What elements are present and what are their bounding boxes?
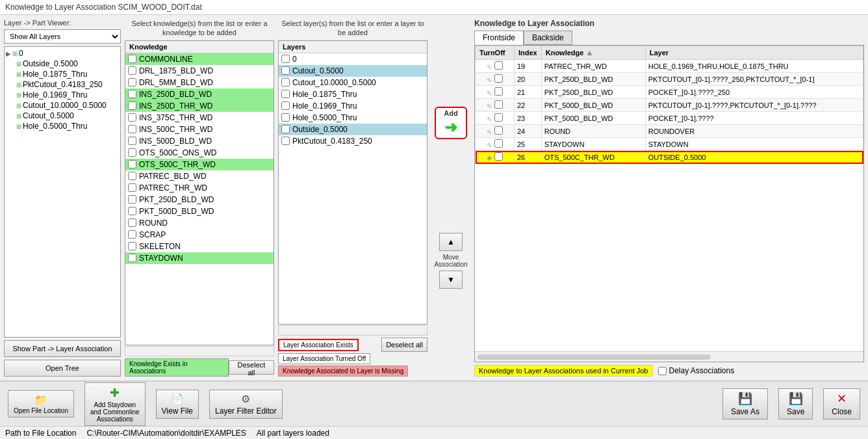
row-index: 25 bbox=[515, 138, 542, 151]
list-item[interactable]: Hole_0.1969_Thru bbox=[279, 100, 427, 112]
turnoff-checkbox[interactable] bbox=[494, 74, 503, 83]
list-item[interactable]: 0 bbox=[279, 53, 427, 65]
tree-item[interactable]: ⊞ Cutout_10.0000_0.5000 bbox=[6, 100, 119, 111]
add-button[interactable]: Add ➜ bbox=[435, 107, 467, 139]
item-checkbox[interactable] bbox=[128, 101, 136, 110]
list-item[interactable]: INS_500C_THR_WD bbox=[125, 124, 274, 135]
list-item[interactable]: Hole_0.5000_Thru bbox=[279, 112, 427, 124]
save-as-button[interactable]: 💾 Save As bbox=[722, 388, 768, 419]
item-checkbox[interactable] bbox=[128, 219, 136, 227]
list-item[interactable]: OTS_500C_ONS_WD bbox=[125, 147, 274, 159]
item-checkbox[interactable] bbox=[281, 90, 290, 98]
list-item[interactable]: DRL_5MM_BLD_WD bbox=[125, 77, 274, 88]
layer-filter-editor-button[interactable]: ⚙ Layer Filter Editor bbox=[209, 390, 283, 419]
item-checkbox[interactable] bbox=[281, 55, 290, 63]
item-checkbox[interactable] bbox=[281, 125, 290, 133]
tab-backside[interactable]: Backside bbox=[524, 31, 572, 45]
turnoff-checkbox[interactable] bbox=[494, 100, 503, 109]
list-item[interactable]: OTS_500C_THR_WD bbox=[125, 159, 274, 170]
list-item[interactable]: PktCutout_0.4183_250 bbox=[279, 135, 427, 147]
item-checkbox[interactable] bbox=[128, 55, 136, 63]
layers-hscroll[interactable] bbox=[278, 325, 428, 336]
list-item[interactable]: INS_250D_BLD_WD bbox=[125, 88, 274, 100]
item-checkbox[interactable] bbox=[128, 172, 136, 180]
show-part-button[interactable]: Show Part -> Layer Association bbox=[4, 340, 121, 357]
layers-list[interactable]: Layers 0 Cutout_0.5000 Cutout_10.0000_0.… bbox=[278, 40, 428, 325]
item-checkbox[interactable] bbox=[128, 148, 136, 157]
view-file-button[interactable]: 📄 View File bbox=[156, 390, 199, 419]
turnoff-checkbox[interactable] bbox=[494, 87, 503, 96]
list-item[interactable]: Outside_0.5000 bbox=[279, 124, 427, 135]
list-item[interactable]: ROUND bbox=[125, 217, 274, 229]
item-checkbox[interactable] bbox=[128, 207, 136, 215]
item-checkbox[interactable] bbox=[281, 113, 290, 122]
move-down-button[interactable]: ▼ bbox=[439, 271, 463, 289]
k2l-hscroll[interactable] bbox=[475, 351, 863, 362]
item-checkbox[interactable] bbox=[128, 242, 136, 250]
item-checkbox[interactable] bbox=[128, 183, 136, 192]
item-checkbox[interactable] bbox=[128, 195, 136, 204]
tree-item[interactable]: ⊞ Hole_0.1875_Thru bbox=[6, 69, 119, 79]
open-file-location-label: Open File Location bbox=[14, 407, 68, 414]
turnoff-checkbox[interactable] bbox=[494, 139, 503, 148]
item-checkbox[interactable] bbox=[128, 254, 136, 262]
add-staydown-button[interactable]: ✚ Add Staydownand CommonlineAssociations bbox=[84, 382, 146, 426]
list-item[interactable]: SKELETON bbox=[125, 241, 274, 252]
item-checkbox[interactable] bbox=[128, 78, 136, 86]
list-item[interactable]: PKT_250D_BLD_WD bbox=[125, 194, 274, 206]
list-item[interactable]: INS_375C_THR_WD bbox=[125, 112, 274, 124]
item-checkbox[interactable] bbox=[281, 101, 290, 110]
page-icon: ⊞ bbox=[12, 50, 18, 57]
save-button[interactable]: 💾 Save bbox=[778, 388, 813, 419]
list-item[interactable]: PKT_500D_BLD_WD bbox=[125, 206, 274, 217]
open-file-location-button[interactable]: 📁 Open File Location bbox=[8, 390, 74, 418]
tree-item[interactable]: ⊞ PktCutout_0.4183_250 bbox=[6, 79, 119, 90]
turnoff-checkbox[interactable] bbox=[494, 126, 503, 135]
turnoff-checkbox[interactable] bbox=[494, 61, 503, 70]
item-checkbox[interactable] bbox=[281, 78, 290, 86]
tree-item-label: Hole_0.5000_Thru bbox=[23, 122, 87, 131]
item-checkbox[interactable] bbox=[128, 66, 136, 75]
status-bar: Path to File Location C:\Router-CIM\Auto… bbox=[0, 426, 868, 439]
turnoff-checkbox[interactable] bbox=[494, 113, 503, 122]
item-checkbox[interactable] bbox=[128, 160, 136, 168]
close-button[interactable]: ✕ Close bbox=[823, 388, 860, 419]
tree-item[interactable]: ⊞ Cutout_0.5000 bbox=[6, 111, 119, 121]
k2l-table-scroll[interactable]: TurnOff Index Knowledge ▲ Layer ✎ 19 PAT… bbox=[475, 46, 863, 351]
list-item[interactable]: DRL_1875_BLD_WD bbox=[125, 65, 274, 77]
delay-checkbox[interactable] bbox=[658, 367, 667, 375]
tree-item-label: Cutout_0.5000 bbox=[23, 111, 74, 120]
tab-frontside[interactable]: Frontside bbox=[474, 31, 524, 45]
item-checkbox[interactable] bbox=[128, 137, 136, 145]
layer-dropdown[interactable]: Show All Layers bbox=[4, 29, 121, 44]
list-item[interactable]: Cutout_0.5000 bbox=[279, 65, 427, 77]
move-up-button[interactable]: ▲ bbox=[439, 233, 463, 251]
list-item[interactable]: COMMONLINE bbox=[125, 53, 274, 65]
knowledge-list[interactable]: Knowledge COMMONLINE DRL_1875_BLD_WD DRL… bbox=[125, 40, 274, 345]
list-item[interactable]: SCRAP bbox=[125, 229, 274, 241]
tree-area[interactable]: ▶ ⊞ 0 ⊞ Outside_0.5000 ⊞ Hole_0.1875_Thr… bbox=[4, 46, 121, 338]
item-checkbox[interactable] bbox=[128, 125, 136, 133]
list-item[interactable]: INS_250D_THR_WD bbox=[125, 100, 274, 112]
list-item[interactable]: Cutout_10.0000_0.5000 bbox=[279, 77, 427, 88]
tree-item[interactable]: ⊞ Outside_0.5000 bbox=[6, 59, 119, 69]
open-tree-button[interactable]: Open Tree bbox=[4, 360, 121, 377]
list-item[interactable]: STAYDOWN bbox=[125, 252, 274, 264]
tree-item[interactable]: ▶ ⊞ 0 bbox=[6, 48, 119, 59]
item-checkbox[interactable] bbox=[281, 137, 290, 145]
tree-item[interactable]: ⊞ Hole_0.1969_Thru bbox=[6, 90, 119, 100]
page-icon: ⊞ bbox=[16, 81, 21, 88]
item-checkbox[interactable] bbox=[281, 66, 290, 75]
list-item[interactable]: INS_500D_BLD_WD bbox=[125, 135, 274, 147]
layers-deselect-button[interactable]: Deselect all bbox=[381, 338, 428, 352]
list-item[interactable]: Hole_0.1875_Thru bbox=[279, 88, 427, 100]
knowledge-hscroll[interactable] bbox=[125, 346, 274, 356]
item-checkbox[interactable] bbox=[128, 230, 136, 239]
item-checkbox[interactable] bbox=[128, 113, 136, 122]
turnoff-checkbox[interactable] bbox=[494, 152, 503, 161]
knowledge-deselect-button[interactable]: Deselect all bbox=[229, 360, 274, 375]
list-item[interactable]: PATREC_THR_WD bbox=[125, 182, 274, 194]
tree-item[interactable]: ⊞ Hole_0.5000_Thru bbox=[6, 121, 119, 131]
list-item[interactable]: PATREC_BLD_WD bbox=[125, 170, 274, 182]
item-checkbox[interactable] bbox=[128, 90, 136, 98]
